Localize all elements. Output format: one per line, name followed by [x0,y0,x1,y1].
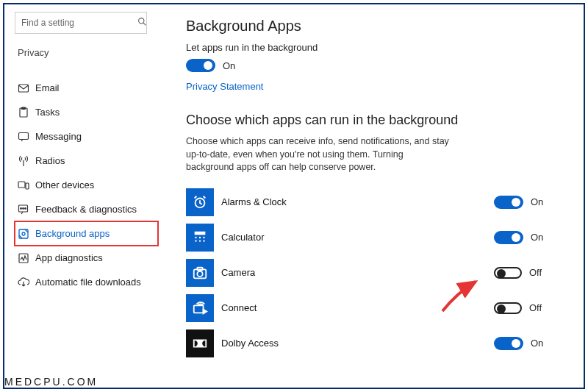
app-toggle-calculator[interactable] [494,231,523,244]
app-toggle-alarms[interactable] [494,196,523,209]
svg-point-25 [197,271,202,276]
radios-icon [18,155,35,167]
sidebar-item-label: Automatic file downloads [35,277,141,288]
app-toggle-label: On [531,196,551,207]
app-row-alarms: Alarms & Clock On [186,186,560,218]
sidebar-item-label: Background apps [35,228,110,239]
app-name: Calculator [221,232,494,243]
choose-apps-desc: Choose which apps can receive info, send… [186,135,451,174]
app-row-connect: Connect Off [186,292,560,324]
sidebar-item-radios[interactable]: Radios [15,149,158,173]
main-panel: Background Apps Let apps run in the back… [158,7,581,385]
app-name: Connect [221,302,494,313]
svg-rect-4 [22,107,26,110]
sidebar: Privacy Email Tasks [7,7,158,385]
app-toggle-label: On [531,232,551,243]
sidebar-item-auto-downloads[interactable]: Automatic file downloads [15,270,158,294]
dolby-icon [186,329,214,357]
choose-apps-heading: Choose which apps can run in the backgro… [186,113,560,128]
svg-rect-7 [18,182,25,188]
svg-point-20 [203,236,204,238]
watermark: MEDCPU.COM [4,376,98,388]
app-row-dolby: Dolby Access On [186,327,560,360]
app-name: Dolby Access [221,338,494,349]
app-toggle-dolby[interactable] [494,337,523,350]
app-toggle-camera[interactable] [494,267,522,279]
email-icon [18,82,35,94]
sidebar-item-background-apps[interactable]: Background apps [15,221,158,246]
calculator-icon [186,224,214,252]
background-apps-icon [18,228,35,240]
cloud-download-icon [18,277,35,288]
svg-point-14 [22,232,25,235]
search-icon [137,17,147,29]
search-box[interactable] [15,12,147,34]
app-toggle-label: Off [529,302,550,313]
svg-point-23 [203,240,204,241]
sidebar-item-feedback[interactable]: Feedback & diagnostics [15,197,158,221]
svg-point-21 [195,240,196,241]
svg-point-19 [199,236,201,238]
sidebar-item-label: Email [35,82,60,93]
svg-rect-5 [19,132,29,139]
messaging-icon [18,131,35,143]
svg-rect-2 [19,85,29,92]
sidebar-item-label: Feedback & diagnostics [35,204,137,215]
sidebar-item-tasks[interactable]: Tasks [15,100,158,124]
app-row-calculator: Calculator On [186,221,560,254]
feedback-icon [18,204,35,215]
tasks-icon [18,107,35,118]
svg-line-1 [143,23,146,25]
page-title: Background Apps [186,18,560,35]
sidebar-item-label: Tasks [35,107,60,118]
app-name: Alarms & Clock [221,196,494,207]
svg-rect-8 [26,183,29,189]
svg-point-12 [25,207,26,209]
app-row-camera: Camera Off [186,257,560,289]
connect-icon [186,294,214,322]
alarms-icon [186,188,214,216]
svg-rect-17 [195,231,206,235]
sidebar-section-title: Privacy [18,47,158,58]
sidebar-item-label: Radios [35,155,65,166]
master-toggle[interactable] [186,59,215,72]
sidebar-item-other-devices[interactable]: Other devices [15,173,158,197]
sidebar-item-app-diagnostics[interactable]: App diagnostics [15,246,158,270]
diagnostics-icon [18,252,35,264]
sidebar-nav: Email Tasks Messaging Radios [15,63,158,294]
camera-icon [186,259,214,287]
app-toggle-label: On [531,338,551,349]
sidebar-item-label: Messaging [35,131,82,142]
svg-point-22 [199,240,201,241]
privacy-statement-link[interactable]: Privacy Statement [186,81,264,92]
app-name: Camera [221,267,494,278]
sidebar-item-label: App diagnostics [35,252,103,263]
svg-rect-27 [194,305,204,313]
sidebar-item-email[interactable]: Email [15,76,158,100]
svg-point-0 [139,18,144,24]
sidebar-item-partial[interactable] [15,63,158,76]
search-input[interactable] [15,18,137,28]
svg-point-10 [21,207,22,209]
app-toggle-label: Off [529,267,550,278]
sidebar-item-label: Other devices [35,179,94,190]
devices-icon [18,179,35,191]
sidebar-item-messaging[interactable]: Messaging [15,124,158,149]
app-toggle-connect[interactable] [494,302,522,314]
master-toggle-subheading: Let apps run in the background [186,42,560,53]
svg-point-18 [195,236,196,238]
master-toggle-label: On [223,60,235,71]
svg-point-11 [23,207,24,209]
